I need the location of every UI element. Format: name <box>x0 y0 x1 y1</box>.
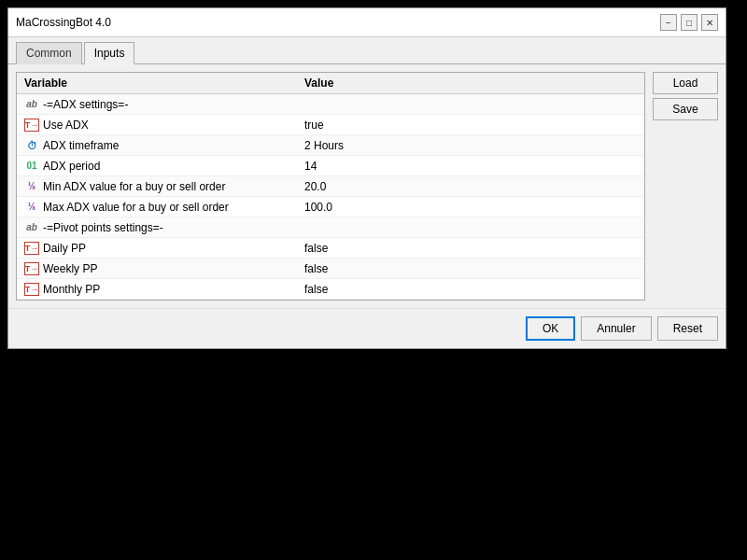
table-row[interactable]: ab-=ADX settings=- <box>17 94 644 115</box>
cell-variable: ⅛Min ADX value for a buy or sell order <box>17 177 297 196</box>
cell-variable: T→Weekly PP <box>17 259 297 278</box>
side-buttons: Load Save <box>653 72 718 301</box>
table-row[interactable]: ⅛Min ADX value for a buy or sell order20… <box>17 176 644 197</box>
bool-icon: T→ <box>24 262 39 275</box>
window-controls: − □ ✕ <box>660 14 718 31</box>
variable-name: Use ADX <box>43 119 89 132</box>
variables-table: Variable Value ab-=ADX settings=-T→Use A… <box>16 72 645 301</box>
table-body[interactable]: ab-=ADX settings=-T→Use ADXtrue⏱ADX time… <box>17 94 644 300</box>
table-row[interactable]: ⅛Max ADX value for a buy or sell order10… <box>17 197 644 217</box>
cell-value: 14 <box>297 157 644 175</box>
window-title: MaCrossingBot 4.0 <box>16 16 111 29</box>
cell-variable: T→Daily PP <box>17 239 297 258</box>
tab-inputs[interactable]: Inputs <box>84 42 135 64</box>
variable-name: Weekly PP <box>43 262 97 275</box>
title-bar: MaCrossingBot 4.0 − □ ✕ <box>8 8 726 37</box>
variable-name: ADX period <box>43 160 100 173</box>
column-header-variable: Variable <box>17 73 297 93</box>
cell-variable: ⅛Max ADX value for a buy or sell order <box>17 198 297 217</box>
reset-button[interactable]: Reset <box>657 316 718 341</box>
cell-value <box>297 102 644 107</box>
table-row[interactable]: T→Weekly PPfalse <box>17 259 644 279</box>
cell-variable: ab-=ADX settings=- <box>17 95 297 114</box>
tab-common[interactable]: Common <box>16 42 82 64</box>
main-window: MaCrossingBot 4.0 − □ ✕ Common Inputs Va… <box>7 7 726 349</box>
variable-name: Daily PP <box>43 242 86 255</box>
tab-bar: Common Inputs <box>8 37 726 64</box>
table-header: Variable Value <box>17 73 644 94</box>
load-button[interactable]: Load <box>653 72 718 94</box>
ab-icon: ab <box>24 221 39 234</box>
clock-icon: ⏱ <box>24 139 39 152</box>
bool-icon: T→ <box>24 242 39 255</box>
variable-name: Min ADX value for a buy or sell order <box>43 180 225 193</box>
content-area: Variable Value ab-=ADX settings=-T→Use A… <box>8 64 726 308</box>
cell-variable: 01ADX period <box>17 157 297 175</box>
variable-name: Max ADX value for a buy or sell order <box>43 201 229 214</box>
frac-icon: ⅛ <box>24 201 39 214</box>
cell-value: false <box>297 239 644 258</box>
variable-name: -=ADX settings=- <box>43 98 128 111</box>
table-row[interactable]: 01ADX period14 <box>17 156 644 176</box>
table-row[interactable]: T→Use ADXtrue <box>17 115 644 135</box>
cell-variable: T→Use ADX <box>17 116 297 134</box>
cell-value: true <box>297 116 644 134</box>
column-header-value: Value <box>297 73 644 93</box>
cell-variable: ⏱ADX timeframe <box>17 136 297 155</box>
cell-value: 20.0 <box>297 177 644 196</box>
ok-button[interactable]: OK <box>526 316 575 341</box>
cell-value: 2 Hours <box>297 136 644 155</box>
table-row[interactable]: ab-=Pivot points settings=- <box>17 217 644 238</box>
cell-value: false <box>297 259 644 278</box>
maximize-button[interactable]: □ <box>681 14 698 31</box>
bottom-bar: OK Annuler Reset <box>8 308 726 348</box>
variable-name: -=Pivot points settings=- <box>43 221 163 234</box>
minimize-button[interactable]: − <box>660 14 677 31</box>
num-icon: 01 <box>24 160 39 173</box>
cell-value <box>297 225 644 231</box>
cancel-button[interactable]: Annuler <box>581 316 651 341</box>
cell-variable: T→Monthly PP <box>17 280 297 299</box>
table-row[interactable]: ⏱ADX timeframe2 Hours <box>17 135 644 156</box>
variable-name: Monthly PP <box>43 283 100 296</box>
table-row[interactable]: T→Daily PPfalse <box>17 238 644 259</box>
frac-icon: ⅛ <box>24 180 39 193</box>
cell-variable: ab-=Pivot points settings=- <box>17 218 297 237</box>
close-button[interactable]: ✕ <box>701 14 718 31</box>
cell-value: 100.0 <box>297 198 644 217</box>
table-row[interactable]: T→Monthly PPfalse <box>17 279 644 300</box>
ab-icon: ab <box>24 98 39 111</box>
cell-value: false <box>297 280 644 299</box>
variable-name: ADX timeframe <box>43 139 119 152</box>
bool-icon: T→ <box>24 119 39 132</box>
bool-icon: T→ <box>24 283 39 296</box>
save-button[interactable]: Save <box>653 98 718 120</box>
